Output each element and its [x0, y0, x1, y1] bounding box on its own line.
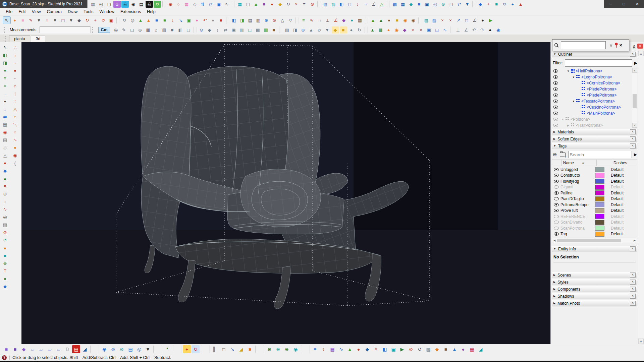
collapse-arrow-icon[interactable]: ▼ — [553, 144, 556, 147]
tool-icon[interactable]: △ — [378, 1, 385, 8]
tag-color-swatch[interactable] — [595, 173, 604, 178]
tool-icon[interactable] — [301, 345, 310, 353]
tag-color-swatch[interactable] — [595, 185, 604, 190]
tool-icon[interactable]: ↷ — [479, 26, 486, 34]
outliner-item-label[interactable]: <PiedePoltrona> — [587, 93, 616, 98]
tool-icon[interactable]: ⊕ — [300, 26, 307, 34]
tool-icon[interactable]: ● — [1, 275, 9, 283]
visibility-eye-icon[interactable] — [554, 180, 559, 183]
tool-icon[interactable]: ◉ — [410, 17, 417, 24]
tool-icon[interactable]: ⊕ — [274, 345, 282, 353]
maximize-button[interactable]: □ — [617, 0, 631, 8]
visibility-eye-icon[interactable] — [554, 191, 559, 195]
tag-color-swatch[interactable] — [595, 226, 604, 231]
tool-icon[interactable]: ▶ — [487, 17, 494, 24]
tool-icon[interactable]: ◆ — [407, 1, 415, 8]
tool-icon[interactable]: ● — [385, 17, 393, 24]
tool-icon[interactable]: ◎ — [135, 345, 143, 353]
tool-icon[interactable]: ◉ — [495, 26, 502, 34]
tool-icon[interactable]: ▦ — [145, 26, 152, 34]
tool-icon[interactable]: ↺ — [154, 1, 161, 8]
tool-icon[interactable]: ▼ — [67, 17, 75, 24]
tool-icon[interactable]: ◻ — [246, 26, 254, 34]
tool-icon[interactable]: ◻ — [220, 345, 228, 353]
tool-icon[interactable]: ∶ — [11, 98, 19, 105]
tool-icon[interactable]: ∿ — [11, 136, 19, 144]
tool-icon[interactable]: ⊕ — [439, 1, 447, 8]
tool-icon[interactable] — [472, 1, 475, 7]
tag-dashes[interactable]: Default — [609, 226, 637, 231]
tool-icon[interactable]: ▣ — [423, 1, 431, 8]
tool-icon[interactable]: ▲ — [137, 17, 144, 24]
menu-item[interactable]: Help — [144, 8, 159, 15]
tool-icon[interactable]: ◧ — [1, 51, 9, 59]
tool-icon[interactable]: ● — [459, 345, 467, 353]
tray-close-button[interactable]: × — [637, 44, 643, 49]
collapse-arrow-icon[interactable]: ▶ — [553, 302, 555, 305]
tag-row[interactable]: ScanDIvano Default — [552, 220, 637, 226]
scroll-down-icon[interactable]: ∨ — [632, 123, 637, 128]
visibility-eye-icon[interactable] — [553, 124, 558, 127]
tool-icon[interactable]: ⊕ — [1, 190, 9, 198]
visibility-eye-icon[interactable] — [553, 69, 558, 73]
outliner-row[interactable]: ▼ <HalfPoltrona> — [552, 68, 637, 74]
tool-icon[interactable]: - — [1, 90, 9, 98]
help-status-icon[interactable]: ? — [2, 355, 7, 360]
tool-icon[interactable]: ◧ — [338, 1, 345, 8]
tool-icon[interactable]: ▣ — [425, 26, 433, 34]
tool-icon[interactable]: ▦ — [328, 345, 336, 353]
tool-icon[interactable]: ↕ — [354, 1, 361, 8]
outliner-row[interactable]: <PiedePoltrona> — [552, 86, 637, 92]
tool-icon[interactable] — [418, 17, 421, 24]
tool-icon[interactable]: ◇ — [191, 1, 198, 8]
tool-icon[interactable]: T — [1, 267, 9, 275]
tag-color-swatch[interactable] — [595, 232, 604, 237]
tag-row[interactable]: REFERENCE Default — [552, 214, 637, 220]
tool-icon[interactable]: ⊘ — [407, 345, 415, 353]
tool-icon[interactable]: ↕ — [214, 26, 221, 34]
tool-icon[interactable]: ■ — [169, 26, 176, 34]
panel-close-icon[interactable]: × — [630, 246, 636, 251]
tool-icon[interactable]: ◻ — [128, 26, 136, 34]
tag-row[interactable]: Untagged Default — [552, 167, 637, 173]
outliner-item-label[interactable]: <CornicePoltrona> — [587, 81, 620, 85]
tool-icon[interactable]: ■ — [260, 1, 268, 8]
tool-icon[interactable]: ▲ — [252, 1, 260, 8]
tool-icon[interactable]: ∿ — [337, 345, 345, 353]
expand-arrow-icon[interactable]: ▼ — [572, 76, 576, 79]
tool-icon[interactable] — [317, 1, 320, 7]
menu-item[interactable]: Camera — [44, 8, 65, 15]
tool-icon[interactable]: ◆ — [1, 283, 9, 290]
outliner-item-label[interactable]: <LegnoPoltrona> — [581, 75, 612, 79]
tool-icon[interactable]: ⋱ — [11, 121, 19, 128]
outliner-row[interactable]: <CuscinoPoltrona> — [552, 104, 637, 110]
tag-dashes[interactable]: Default — [609, 167, 637, 172]
scroll-up-icon[interactable]: ∧ — [632, 68, 637, 73]
outliner-row[interactable]: ▼ <TessutoPoltrona> — [552, 98, 637, 104]
visibility-eye-icon[interactable] — [553, 106, 558, 109]
panel-header-soften-edges[interactable]: ▶ Soften Edges × — [552, 136, 637, 142]
tool-icon[interactable]: ■ — [246, 345, 254, 353]
panel-header-collapsed[interactable]: ▶ Scenes × — [552, 272, 637, 278]
header-dashes-column[interactable]: Dashes — [612, 160, 637, 166]
tool-icon[interactable]: ◆ — [75, 17, 83, 24]
collapse-arrow-icon[interactable]: ▶ — [553, 274, 555, 277]
tool-icon[interactable]: ▲ — [346, 345, 354, 353]
tool-icon[interactable]: ◻ — [185, 26, 192, 34]
tool-icon[interactable]: ▣ — [215, 1, 222, 8]
tool-icon[interactable] — [450, 26, 453, 33]
tool-icon[interactable] — [153, 345, 162, 353]
tool-icon[interactable]: ✎ — [120, 26, 128, 34]
tool-icon[interactable] — [365, 17, 368, 24]
visibility-eye-icon[interactable] — [554, 232, 559, 236]
tool-icon[interactable] — [116, 17, 119, 24]
tool-icon[interactable]: ◎ — [112, 26, 120, 34]
tool-icon[interactable]: ◻ — [105, 1, 113, 8]
tool-icon[interactable]: ▤ — [1, 136, 9, 144]
tag-color-swatch[interactable] — [595, 220, 604, 225]
tool-icon[interactable]: ⊕ — [1, 259, 9, 267]
collapse-arrow-icon[interactable]: ▶ — [553, 137, 555, 140]
tool-icon[interactable]: ▱ — [55, 345, 63, 353]
tag-color-swatch[interactable] — [595, 190, 604, 195]
tool-icon[interactable]: ◻ — [463, 17, 470, 24]
